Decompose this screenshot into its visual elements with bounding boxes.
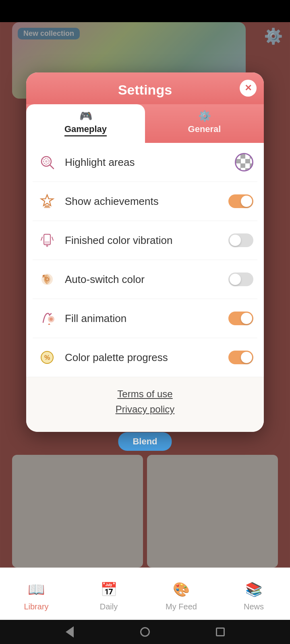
svg-line-9: [52, 237, 53, 240]
system-nav-bar: [0, 620, 290, 644]
svg-point-3: [45, 160, 48, 163]
svg-rect-7: [45, 241, 50, 244]
modal-title: Settings: [36, 82, 254, 104]
fill-animation-toggle[interactable]: [228, 312, 253, 325]
finished-color-vibration-toggle[interactable]: [228, 233, 253, 247]
gameplay-tab-icon: 🎮: [79, 110, 92, 122]
privacy-policy-link[interactable]: Privacy policy: [34, 404, 256, 415]
toggle-knob: [230, 235, 241, 246]
highlight-areas-control[interactable]: [235, 153, 253, 171]
toggle-knob: [241, 196, 252, 207]
auto-switch-color-label: Auto-switch color: [65, 273, 221, 286]
general-tab-icon: ⚙️: [198, 110, 211, 122]
home-icon: [140, 627, 150, 637]
svg-text:%: %: [44, 354, 50, 361]
toggle-knob: [241, 352, 252, 363]
svg-rect-5: [44, 207, 50, 208]
toggle-knob: [241, 313, 252, 324]
finished-color-vibration-label: Finished color vibration: [65, 234, 221, 247]
show-achievements-label: Show achievements: [65, 195, 221, 208]
show-achievements-toggle[interactable]: [228, 194, 253, 208]
svg-line-8: [41, 237, 42, 240]
recents-button[interactable]: [212, 624, 228, 640]
auto-switch-color-icon: [37, 269, 58, 290]
back-icon: [66, 626, 74, 638]
modal-header: Settings ✕: [26, 72, 264, 104]
gameplay-tab-label: Gameplay: [64, 124, 107, 136]
highlight-areas-icon: [37, 152, 58, 173]
tab-general[interactable]: ⚙️ General: [145, 104, 264, 143]
settings-list: Highlight areas Show achievements: [26, 143, 264, 377]
fill-animation-label: Fill animation: [65, 312, 221, 325]
tab-gameplay[interactable]: 🎮 Gameplay: [26, 104, 145, 143]
highlight-areas-label: Highlight areas: [65, 156, 228, 169]
toggle-knob: [230, 274, 241, 285]
color-palette-progress-toggle[interactable]: [228, 351, 253, 364]
terms-of-use-link[interactable]: Terms of use: [34, 388, 256, 400]
setting-row-highlight-areas: Highlight areas: [33, 143, 257, 182]
back-button[interactable]: [62, 624, 78, 640]
settings-modal: Settings ✕ 🎮 Gameplay ⚙️ General: [26, 72, 264, 432]
modal-overlay: Settings ✕ 🎮 Gameplay ⚙️ General: [0, 0, 290, 644]
auto-switch-color-toggle[interactable]: [228, 272, 253, 286]
show-achievements-icon: [37, 191, 58, 212]
home-button[interactable]: [137, 624, 153, 640]
svg-line-2: [50, 165, 54, 169]
setting-row-fill-animation: Fill animation: [33, 299, 257, 338]
modal-footer: Terms of use Privacy policy: [26, 377, 264, 432]
svg-point-14: [50, 318, 53, 321]
setting-row-color-palette-progress: % Color palette progress: [33, 338, 257, 377]
recents-icon: [216, 627, 225, 636]
svg-point-10: [46, 245, 48, 247]
close-button[interactable]: ✕: [240, 80, 257, 97]
setting-row-finished-color-vibration: Finished color vibration: [33, 221, 257, 260]
close-icon: ✕: [244, 83, 252, 93]
setting-row-show-achievements: Show achievements: [33, 182, 257, 221]
color-palette-progress-icon: %: [37, 347, 58, 368]
setting-row-auto-switch-color: Auto-switch color: [33, 260, 257, 299]
general-tab-label: General: [188, 124, 221, 134]
fill-animation-icon: [37, 308, 58, 329]
modal-tabs: 🎮 Gameplay ⚙️ General: [26, 104, 264, 143]
finished-color-vibration-icon: [37, 230, 58, 251]
color-palette-progress-label: Color palette progress: [65, 351, 221, 364]
